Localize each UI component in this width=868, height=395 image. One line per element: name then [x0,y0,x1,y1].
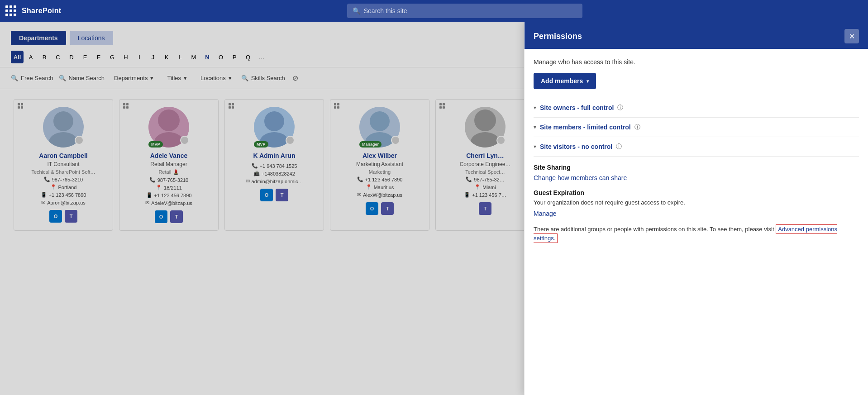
free-search-field[interactable]: 🔍 Free Search [11,75,53,81]
change-sharing-link[interactable]: Change how members can share [534,174,627,181]
outlook-icon[interactable]: O [366,202,378,215]
person-title: Marketing Assistant [356,161,403,167]
outlook-icon[interactable]: O [155,210,167,223]
chevron-down-icon: ▾ [534,143,536,150]
person-mobile: 📱+1 123 456 7… [464,192,506,198]
person-name[interactable]: Aaron Campbell [39,152,87,159]
avatar: MVP [254,107,295,148]
app-launcher-icon[interactable] [5,5,16,16]
chevron-down-icon: ▾ [534,124,536,130]
info-icon[interactable]: ⓘ [616,143,622,151]
info-icon[interactable]: ⓘ [634,123,640,131]
alpha-f[interactable]: F [92,51,105,63]
person-phone: 📞987-765-32… [466,176,504,182]
alpha-d[interactable]: D [65,51,78,63]
teams-icon[interactable]: T [479,202,491,215]
alpha-b[interactable]: B [38,51,51,63]
person-apps: O T [260,189,288,201]
person-phone: 📞+1 123 456 7890 [357,176,403,182]
outlook-icon[interactable]: O [49,210,62,223]
person-card[interactable]: Aaron Campbell IT Consultant Techical & … [14,99,113,231]
person-apps: O T [49,210,77,223]
search-input[interactable] [364,7,577,14]
person-name[interactable]: Adele Vance [150,152,188,159]
name-search-field[interactable]: 🔍 Name Search [59,75,105,81]
person-location: 📍18/2111 [156,185,182,190]
info-icon[interactable]: ⓘ [617,104,623,112]
search-icon: 🔍 [353,7,360,14]
free-search-icon: 🔍 [11,75,18,81]
person-name[interactable]: Alex Wilber [362,152,397,159]
card-menu-icon [229,103,234,109]
alpha-l[interactable]: L [174,51,186,63]
teams-icon[interactable]: T [381,202,394,215]
permissions-panel: Permissions ✕ Manage who has access to t… [524,22,868,395]
manage-link[interactable]: Manage [534,210,557,217]
alpha-e[interactable]: E [79,51,91,63]
permission-header[interactable]: ▾ Site visitors - no control ⓘ [534,143,859,151]
alpha-h[interactable]: H [119,51,132,63]
chevron-down-icon: ▾ [150,75,153,81]
avatar [465,107,506,148]
alpha-q[interactable]: Q [242,51,254,63]
site-search-bar: 🔍 [347,4,582,18]
alpha-i[interactable]: I [133,51,146,63]
presence-indicator [286,136,295,145]
departments-dropdown[interactable]: Departments ▾ [110,72,157,84]
permission-group-name: Site owners - full control [540,104,614,111]
person-phone: 📞+1 943 784 1525 [252,163,297,169]
permission-group-name: Site visitors - no control [540,143,612,150]
alpha-n[interactable]: N [201,51,214,63]
person-name[interactable]: Cherri Lyn… [466,152,504,159]
outlook-icon[interactable]: O [260,189,273,201]
titles-dropdown[interactable]: Titles ▾ [163,72,191,84]
person-mobile: 📱+1 123 456 7890 [41,192,86,198]
alpha-a[interactable]: A [24,51,37,63]
permission-header[interactable]: ▾ Site members - limited control ⓘ [534,123,859,131]
clear-filter-button[interactable]: ⊘ [291,72,300,84]
panel-header: Permissions ✕ [525,22,868,49]
chevron-down-icon: ▾ [534,105,536,111]
person-dept: Marketing [369,169,391,175]
person-apps: O T [155,210,183,223]
departments-button[interactable]: Departments [11,31,66,45]
alpha-j[interactable]: J [147,51,159,63]
skills-search-field[interactable]: 🔍 Skills Search [241,75,285,81]
locations-button[interactable]: Locations [70,31,113,45]
teams-icon[interactable]: T [170,210,183,223]
alpha-g[interactable]: G [106,51,119,63]
person-card[interactable]: MVP Adele Vance Retail Manager Retail 💄 … [119,99,219,231]
person-card[interactable]: MVP K Admin Arun 📞+1 943 784 1525 📠+1480… [224,99,324,231]
chevron-down-icon: ▾ [184,75,187,81]
person-name[interactable]: K Admin Arun [253,152,295,159]
permission-header[interactable]: ▾ Site owners - full control ⓘ [534,104,859,112]
person-card[interactable]: Manager Alex Wilber Marketing Assistant … [330,99,429,231]
person-title: IT Consultant [47,161,79,167]
site-sharing-title: Site Sharing [534,164,859,171]
alpha-all[interactable]: All [11,51,24,63]
person-card[interactable]: Cherri Lyn… Corporate Enginee… Technical… [435,99,535,231]
mvp-badge: MVP [148,141,163,148]
presence-indicator [180,136,189,145]
guest-expiration-text: Your organization does not require guest… [534,199,859,206]
teams-icon[interactable]: T [276,189,288,201]
card-menu-icon [439,103,445,109]
person-email: ✉Aaron@bitzap.us [41,200,86,205]
alpha-k[interactable]: K [160,51,173,63]
permission-group-visitors: ▾ Site visitors - no control ⓘ [534,137,859,157]
main-wrapper: Departments Locations All A B C D E F G … [0,22,868,395]
alpha-p[interactable]: P [228,51,241,63]
locations-dropdown[interactable]: Locations ▾ [196,72,236,84]
person-fax: 📠+14803828242 [253,171,295,176]
alpha-m[interactable]: M [187,51,200,63]
alpha-o[interactable]: O [215,51,227,63]
person-dept: Techical & SharePoint Soft… [31,169,95,175]
person-location: 📍Miami [474,184,496,190]
add-members-button[interactable]: Add members ▾ [534,73,596,89]
presence-indicator [496,136,506,145]
manager-badge: Manager [359,141,382,148]
panel-close-button[interactable]: ✕ [844,29,859,43]
teams-icon[interactable]: T [65,210,77,223]
alpha-ellipsis[interactable]: … [255,51,268,63]
alpha-c[interactable]: C [52,51,64,63]
